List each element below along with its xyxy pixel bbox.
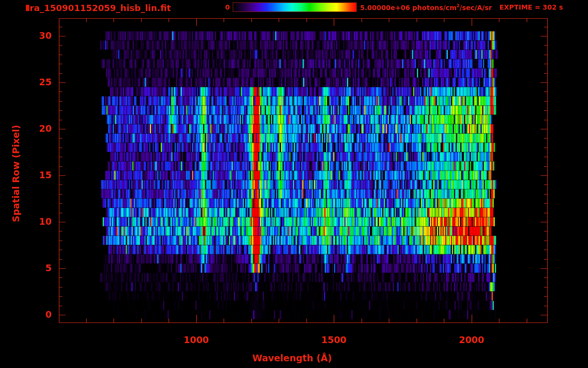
y-tick-label: 10	[18, 216, 52, 227]
plot-title: ra_150901152059_hisb_lin.fit	[30, 3, 171, 13]
spectral-heatmap-canvas	[0, 0, 588, 368]
exptime-label: EXPTIME = 302 s	[499, 3, 563, 11]
x-tick-label: 1500	[312, 334, 355, 345]
y-tick-label: 0	[18, 309, 52, 320]
y-tick-label: 15	[18, 170, 52, 180]
x-axis-title: Wavelength (Å)	[218, 353, 366, 363]
colorbar-min-label: 0	[215, 3, 230, 11]
colorbar-gradient	[233, 2, 357, 12]
y-tick-label: 5	[18, 263, 52, 273]
y-axis-title: Spatial Row (Pixel)	[11, 125, 21, 222]
colorbar-max-suffix: /sec/A/sr	[460, 4, 492, 12]
y-tick-label: 30	[18, 30, 52, 41]
cursor-artifact	[26, 5, 29, 11]
x-tick-label: 2000	[450, 334, 493, 345]
y-tick-label: 20	[18, 123, 52, 134]
x-tick-label: 1000	[175, 334, 218, 345]
colorbar-max-prefix: 5.00000e+06 photons/cm	[360, 4, 457, 12]
spectral-image-viewer: { "header": { "title": "ra_150901152059_…	[0, 0, 588, 368]
y-tick-label: 25	[18, 77, 52, 87]
colorbar-max-label: 5.00000e+06 photons/cm2/sec/A/sr	[360, 3, 492, 12]
